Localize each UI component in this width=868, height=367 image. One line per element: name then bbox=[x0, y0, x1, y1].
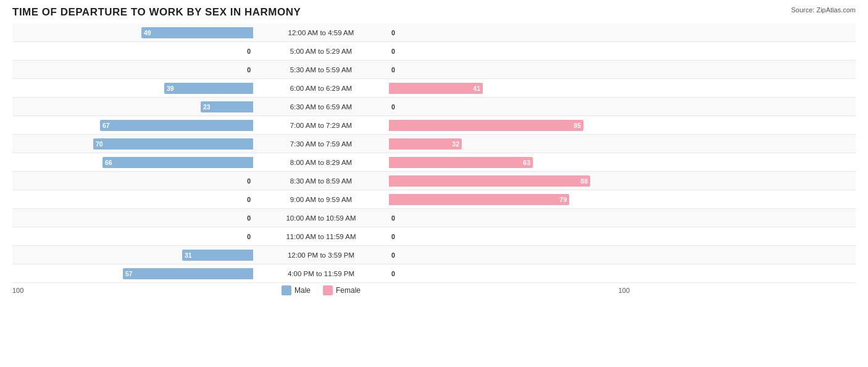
chart-title: TIME OF DEPARTURE TO WORK BY SEX IN HARM… bbox=[12, 6, 301, 19]
male-value: 70 bbox=[96, 140, 103, 148]
male-bar: 66 bbox=[102, 157, 253, 168]
chart-row: 668:00 AM to 8:29 AM63 bbox=[12, 153, 856, 172]
chart-row: 707:30 AM to 7:59 AM32 bbox=[12, 135, 856, 153]
male-zero: 0 bbox=[247, 214, 251, 222]
female-zero: 0 bbox=[391, 233, 395, 240]
female-zero: 0 bbox=[391, 251, 395, 259]
female-zero: 0 bbox=[391, 214, 395, 222]
male-zero: 0 bbox=[247, 196, 251, 203]
legend: Male Female bbox=[253, 285, 389, 295]
female-section: 0 bbox=[389, 264, 630, 282]
chart-area: 4912:00 AM to 4:59 AM005:00 AM to 5:29 A… bbox=[12, 23, 856, 283]
chart-row: 08:30 AM to 8:59 AM88 bbox=[12, 172, 856, 190]
chart-row: 574:00 PM to 11:59 PM0 bbox=[12, 264, 856, 283]
time-label: 4:00 PM to 11:59 PM bbox=[253, 270, 389, 277]
male-bar: 39 bbox=[164, 83, 253, 94]
female-section: 0 bbox=[389, 98, 630, 116]
source-text: Source: ZipAtlas.com bbox=[791, 6, 856, 14]
time-label: 6:30 AM to 6:59 AM bbox=[253, 103, 389, 111]
female-value: 85 bbox=[574, 122, 581, 129]
female-section: 0 bbox=[389, 227, 630, 245]
male-section: 0 bbox=[12, 190, 253, 208]
female-bar: 63 bbox=[389, 157, 533, 168]
axis-row: 100 Male Female 100 bbox=[12, 285, 856, 295]
time-label: 8:00 AM to 8:29 AM bbox=[253, 159, 389, 166]
female-section: 0 bbox=[389, 209, 630, 227]
male-zero: 0 bbox=[247, 66, 251, 74]
time-label: 5:30 AM to 5:59 AM bbox=[253, 66, 389, 74]
male-section: 70 bbox=[12, 135, 253, 153]
male-bar: 70 bbox=[93, 138, 253, 150]
male-value: 49 bbox=[144, 29, 151, 36]
male-value: 39 bbox=[167, 85, 174, 92]
chart-row: 05:00 AM to 5:29 AM0 bbox=[12, 42, 856, 61]
female-section: 0 bbox=[389, 23, 630, 41]
male-value: 57 bbox=[125, 270, 133, 277]
male-section: 0 bbox=[12, 42, 253, 60]
chart-row: 4912:00 AM to 4:59 AM0 bbox=[12, 23, 856, 42]
legend-male-label: Male bbox=[294, 286, 311, 295]
female-bar: 32 bbox=[389, 138, 462, 150]
time-label: 6:00 AM to 6:29 AM bbox=[253, 85, 389, 92]
title-row: TIME OF DEPARTURE TO WORK BY SEX IN HARM… bbox=[12, 6, 856, 19]
male-section: 57 bbox=[12, 264, 253, 282]
female-value: 79 bbox=[559, 196, 567, 203]
female-bar: 85 bbox=[389, 120, 583, 131]
female-section: 63 bbox=[389, 153, 630, 171]
female-section: 0 bbox=[389, 42, 630, 60]
female-bar: 41 bbox=[389, 83, 483, 94]
female-zero: 0 bbox=[391, 29, 395, 36]
female-section: 85 bbox=[389, 116, 630, 134]
time-label: 10:00 AM to 10:59 AM bbox=[253, 214, 389, 222]
male-value: 67 bbox=[102, 122, 110, 129]
time-label: 11:00 AM to 11:59 AM bbox=[253, 233, 389, 240]
axis-left: 100 bbox=[12, 287, 253, 294]
male-bar: 67 bbox=[100, 120, 253, 131]
time-label: 7:30 AM to 7:59 AM bbox=[253, 140, 389, 148]
male-section: 0 bbox=[12, 209, 253, 227]
male-section: 49 bbox=[12, 23, 253, 41]
time-label: 5:00 AM to 5:29 AM bbox=[253, 48, 389, 55]
chart-row: 09:00 AM to 9:59 AM79 bbox=[12, 190, 856, 209]
female-section: 79 bbox=[389, 190, 630, 208]
female-zero: 0 bbox=[391, 66, 395, 74]
time-label: 12:00 AM to 4:59 AM bbox=[253, 29, 389, 36]
legend-female-label: Female bbox=[336, 286, 361, 295]
male-section: 23 bbox=[12, 98, 253, 116]
male-bar: 23 bbox=[201, 101, 253, 112]
female-zero: 0 bbox=[391, 270, 395, 277]
chart-container: TIME OF DEPARTURE TO WORK BY SEX IN HARM… bbox=[0, 0, 868, 367]
male-bar: 31 bbox=[182, 250, 253, 261]
male-value: 31 bbox=[185, 251, 192, 259]
female-value: 88 bbox=[580, 177, 588, 185]
chart-row: 3112:00 PM to 3:59 PM0 bbox=[12, 246, 856, 264]
male-zero: 0 bbox=[247, 48, 251, 55]
legend-male-box bbox=[282, 285, 291, 295]
male-section: 0 bbox=[12, 172, 253, 190]
male-section: 66 bbox=[12, 153, 253, 171]
time-label: 12:00 PM to 3:59 PM bbox=[253, 251, 389, 259]
axis-right: 100 bbox=[389, 287, 630, 294]
female-section: 88 bbox=[389, 172, 630, 190]
male-section: 0 bbox=[12, 227, 253, 245]
female-zero: 0 bbox=[391, 103, 395, 111]
male-bar: 57 bbox=[123, 268, 253, 279]
female-bar: 79 bbox=[389, 194, 569, 205]
male-value: 23 bbox=[203, 103, 211, 111]
chart-row: 236:30 AM to 6:59 AM0 bbox=[12, 98, 856, 116]
chart-row: 010:00 AM to 10:59 AM0 bbox=[12, 209, 856, 227]
female-section: 0 bbox=[389, 61, 630, 78]
male-section: 31 bbox=[12, 246, 253, 264]
male-bar: 49 bbox=[141, 27, 253, 38]
chart-row: 677:00 AM to 7:29 AM85 bbox=[12, 116, 856, 135]
time-label: 7:00 AM to 7:29 AM bbox=[253, 122, 389, 129]
male-zero: 0 bbox=[247, 233, 251, 240]
time-label: 9:00 AM to 9:59 AM bbox=[253, 196, 389, 203]
female-section: 32 bbox=[389, 135, 630, 153]
female-bar: 88 bbox=[389, 175, 590, 187]
legend-female: Female bbox=[323, 285, 361, 295]
chart-row: 396:00 AM to 6:29 AM41 bbox=[12, 79, 856, 98]
chart-row: 011:00 AM to 11:59 AM0 bbox=[12, 227, 856, 246]
time-label: 8:30 AM to 8:59 AM bbox=[253, 177, 389, 185]
male-value: 66 bbox=[105, 159, 112, 166]
